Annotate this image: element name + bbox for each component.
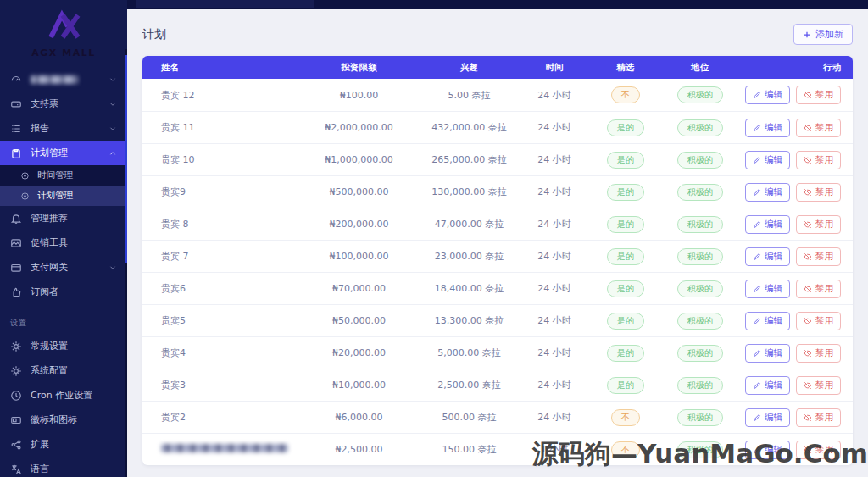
status-badge: 积极的 [677,313,723,330]
cell-interest: 500.00 奈拉 [420,411,519,424]
sidebar-item-扩展[interactable]: 扩展 [0,432,127,457]
edit-button[interactable]: 编辑 [745,119,790,137]
edit-button[interactable]: 编辑 [745,86,790,104]
cell-actions: 编辑禁用 [739,441,853,459]
sidebar-item-语言[interactable]: 语言 [0,457,127,477]
edit-button[interactable]: 编辑 [745,280,790,298]
disable-button[interactable]: 禁用 [796,312,841,330]
sidebar-item-促销工具[interactable]: 促销工具 [0,230,127,255]
cell-name: 贵宾5 [142,314,298,327]
sidebar-item-label: 系统配置 [31,364,68,377]
cell-time: 24 小时 [519,89,590,102]
disable-button[interactable]: 禁用 [796,247,841,266]
sidebar-item-常规设置[interactable]: 常规设置 [0,334,127,358]
sidebar-item-报告[interactable]: 报告 [0,116,127,141]
ticket-icon [10,98,22,110]
sidebar-subitem-时间管理[interactable]: 时间管理 [0,165,127,186]
eye-slash-icon [804,413,812,422]
cell-featured: 是的 [590,313,661,330]
sidebar-item-徽标和图标[interactable]: 徽标和图标 [0,408,127,432]
sidebar-item-label: 支持票 [31,97,58,110]
cell-interest: 130,000.00 奈拉 [420,186,519,198]
table-header-row: 姓名投资限额兴趣时间精选地位行动 [142,56,853,79]
sidebar-item-label: 常规设置 [31,340,68,352]
image-icon [10,237,22,249]
disable-button[interactable]: 禁用 [796,86,841,104]
plus-icon [803,31,811,39]
app-root: AGX MALL 支持票报告计划管理时间管理计划管理管理推荐促销工具支付网关订阅… [0,0,868,477]
edit-button[interactable]: 编辑 [745,376,790,395]
sidebar-item-支持票[interactable]: 支持票 [0,92,127,116]
status-badge: 积极的 [677,119,723,136]
status-badge: 积极的 [677,184,723,201]
edit-button[interactable]: 编辑 [745,312,790,330]
disable-button[interactable]: 禁用 [796,215,841,234]
add-new-button[interactable]: 添加新 [793,24,853,45]
cell-interest: 5,000.00 奈拉 [420,347,519,359]
edit-button[interactable]: 编辑 [745,151,790,169]
cell-actions: 编辑禁用 [739,119,853,137]
disable-button[interactable]: 禁用 [796,376,841,395]
sidebar-item-支付网关[interactable]: 支付网关 [0,255,127,280]
sidebar-item-订阅者[interactable]: 订阅者 [0,280,127,304]
pencil-icon [753,188,761,197]
topbar [127,0,868,9]
sidebar-item-redacted[interactable] [0,67,127,92]
cell-investment-limit: ₦100.00 [298,90,419,101]
cell-status: 积极的 [661,280,739,297]
cell-featured: 不 [590,441,661,458]
brand-logo[interactable]: AGX MALL [0,0,127,58]
eye-slash-icon [804,381,812,390]
status-badge: 积极的 [677,152,723,169]
sidebar-subitem-计划管理[interactable]: 计划管理 [0,186,127,206]
edit-button[interactable]: 编辑 [745,215,790,234]
cell-name: 贵宾 11 [142,121,298,134]
pencil-icon [753,446,761,454]
sidebar-item-Cron 作业设置[interactable]: Cron 作业设置 [0,383,127,408]
clock-icon [10,390,22,402]
thumbs-up-icon [10,286,22,298]
sidebar-item-label: 管理推荐 [31,212,68,225]
cell-name: 贵宾4 [142,347,298,359]
cell-investment-limit: ₦6,000.00 [298,412,419,423]
pencil-icon [753,349,761,358]
chevron-down-icon [108,75,117,84]
disable-button[interactable]: 禁用 [796,119,841,137]
edit-button[interactable]: 编辑 [745,441,790,459]
status-badge: 积极的 [677,345,723,362]
edit-button[interactable]: 编辑 [745,408,790,427]
disable-button[interactable]: 禁用 [796,151,841,169]
cell-interest: 47,000.00 奈拉 [420,218,519,230]
sidebar-nav: 支持票报告计划管理时间管理计划管理管理推荐促销工具支付网关订阅者设置常规设置系统… [0,67,127,477]
edit-button[interactable]: 编辑 [745,344,790,363]
disable-button[interactable]: 禁用 [796,183,841,202]
cell-featured: 不 [590,86,661,103]
status-badge: 积极的 [677,86,723,103]
table-row: 贵宾 12₦100.005.00 奈拉24 小时不积极的编辑禁用 [142,79,853,111]
edit-button[interactable]: 编辑 [745,247,790,266]
sidebar-item-管理推荐[interactable]: 管理推荐 [0,206,127,230]
disable-button[interactable]: 禁用 [796,280,841,298]
sidebar-item-计划管理[interactable]: 计划管理 [0,141,127,165]
sidebar-item-label: Cron 作业设置 [31,389,92,402]
content: 计划 添加新 姓名投资限额兴趣时间精选地位行动 贵宾 12₦100.005.00… [127,24,868,465]
cell-status: 积极的 [661,409,739,426]
disable-button[interactable]: 禁用 [796,344,841,363]
cell-time: 24 小时 [519,314,590,327]
status-badge: 积极的 [677,441,723,458]
featured-badge: 是的 [607,184,644,201]
eye-slash-icon [804,156,812,164]
sidebar-item-系统配置[interactable]: 系统配置 [0,358,127,383]
table-body: 贵宾 12₦100.005.00 奈拉24 小时不积极的编辑禁用贵宾 11₦2,… [142,79,853,465]
brand-name: AGX MALL [0,47,127,58]
disable-button[interactable]: 禁用 [796,408,841,427]
cell-time: 24 小时 [519,379,590,391]
cell-investment-limit: ₦1,000,000.00 [298,154,419,165]
cell-actions: 编辑禁用 [739,183,853,202]
cell-actions: 编辑禁用 [739,280,853,298]
featured-badge: 是的 [607,216,644,233]
featured-badge: 是的 [607,377,644,394]
disable-button[interactable]: 禁用 [796,441,841,459]
main-area: 计划 添加新 姓名投资限额兴趣时间精选地位行动 贵宾 12₦100.005.00… [127,0,868,477]
edit-button[interactable]: 编辑 [745,183,790,202]
